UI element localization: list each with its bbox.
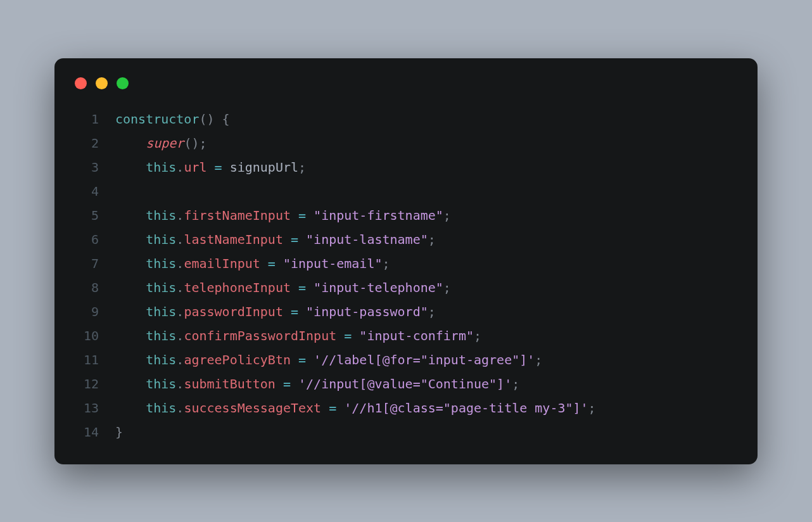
close-icon[interactable] [75,77,87,89]
token-punc-dim: . [176,208,184,223]
token-prop: submitButton [184,376,276,392]
code-block: 1constructor() {2 super();3 this.url = s… [70,107,742,444]
line-number: 10 [70,324,99,348]
token-ident: signupUrl [230,160,298,175]
token-keyword: this [146,160,176,175]
token-super: super [146,136,184,151]
token-string: '//label[@for="input-agree"]' [314,352,535,367]
token-string: "input-firstname" [314,208,443,223]
code-line: 4 [70,179,742,203]
window-traffic-lights [75,77,742,89]
token-string: "input-password" [306,304,428,319]
token-punc-dim: { [222,111,230,127]
token-keyword: this [146,304,176,319]
token-punc-dim: ; [428,304,436,319]
token-string: '//input[@value="Continue"]' [298,376,512,392]
token-punc-dim: ; [474,328,481,343]
line-content: this.submitButton = '//input[@value="Con… [99,372,519,396]
code-line: 8 this.telephoneInput = "input-telephone… [70,276,742,300]
token-punc [291,352,298,367]
token-punc [283,304,291,319]
indent [115,280,146,295]
indent [115,256,146,271]
token-punc [283,232,291,247]
token-punc [352,328,359,343]
token-punc [306,208,314,223]
token-punc [260,256,268,271]
line-content: } [99,420,123,444]
line-number: 3 [70,155,99,179]
token-punc-dim: . [176,376,184,392]
line-content: this.passwordInput = "input-password"; [99,300,436,324]
token-prop: telephoneInput [184,280,291,295]
line-number: 7 [70,251,99,276]
token-keyword: this [146,328,176,343]
token-prop: passwordInput [184,304,283,319]
line-content: this.firstNameInput = "input-firstname"; [99,203,451,227]
token-punc-dim: . [176,400,184,416]
token-keyword: this [146,232,176,247]
indent [115,304,146,319]
token-op: = [298,208,306,223]
maximize-icon[interactable] [117,77,129,89]
code-line: 3 this.url = signupUrl; [70,155,742,179]
line-content: constructor() { [99,107,230,131]
minimize-icon[interactable] [96,77,108,89]
token-string: "input-confirm" [359,328,474,343]
token-string: "input-telephone" [314,280,443,295]
token-punc-dim: () [199,111,214,127]
token-prop: lastNameInput [184,232,283,247]
token-prop: firstNameInput [184,208,291,223]
code-line: 12 this.submitButton = '//input[@value="… [70,372,742,396]
token-punc [306,280,314,295]
line-content: this.lastNameInput = "input-lastname"; [99,227,436,251]
token-punc-dim: ; [199,136,206,151]
token-punc-dim: . [176,328,184,343]
line-number: 12 [70,372,99,396]
line-number: 4 [70,179,99,203]
token-op: = [291,232,298,247]
token-punc [298,232,306,247]
token-punc [207,160,215,175]
line-content: this.agreePolicyBtn = '//label[@for="inp… [99,348,542,372]
token-prop: agreePolicyBtn [184,352,291,367]
code-line: 1constructor() { [70,107,742,131]
token-punc-dim: } [115,424,123,440]
indent [115,232,146,247]
line-content: this.confirmPasswordInput = "input-confi… [99,324,481,348]
line-number: 5 [70,203,99,227]
token-punc-dim: ; [535,352,542,367]
token-prop: url [184,160,206,175]
token-keyword: this [146,256,176,271]
token-punc-dim: ; [383,256,390,271]
token-op: = [268,256,276,271]
indent [115,328,146,343]
token-punc-dim: . [176,304,184,319]
code-line: 14} [70,420,742,444]
token-op: = [291,304,298,319]
token-punc-dim: ; [443,280,451,295]
token-punc [276,376,283,392]
line-number: 9 [70,300,99,324]
token-punc [215,111,222,127]
code-line: 5 this.firstNameInput = "input-firstname… [70,203,742,227]
token-punc [298,304,306,319]
token-keyword: this [146,376,176,392]
token-punc-dim: ; [298,160,306,175]
line-number: 11 [70,348,99,372]
token-punc-dim: . [176,232,184,247]
token-punc-dim: ; [588,400,596,416]
token-punc-dim: ; [428,232,436,247]
token-op: = [215,160,222,175]
indent [115,160,146,175]
token-keyword: constructor [115,111,199,127]
code-line: 6 this.lastNameInput = "input-lastname"; [70,227,742,251]
token-punc [222,160,230,175]
token-punc [276,256,283,271]
token-punc [291,208,298,223]
token-op: = [298,352,306,367]
line-content [99,179,123,203]
token-punc-dim: ; [443,208,451,223]
token-prop: confirmPasswordInput [184,328,336,343]
indent [115,376,146,392]
